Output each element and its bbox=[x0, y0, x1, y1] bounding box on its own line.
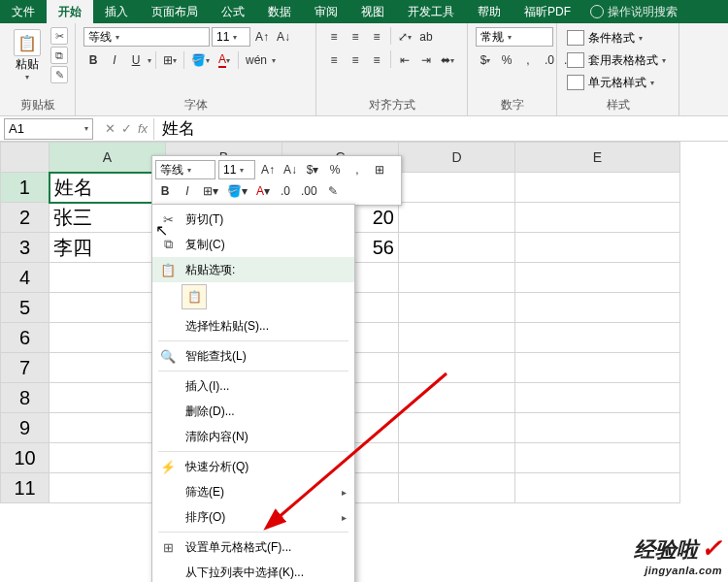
cell[interactable] bbox=[399, 293, 515, 323]
comma-button[interactable]: , bbox=[347, 160, 367, 179]
menu-smart-lookup[interactable]: 🔍智能查找(L) bbox=[152, 343, 354, 369]
cell[interactable] bbox=[399, 413, 515, 443]
conditional-format-button[interactable]: 条件格式▾ bbox=[565, 27, 645, 48]
format-painter-icon[interactable]: ✎ bbox=[50, 66, 68, 83]
borders-button[interactable]: ⊞ bbox=[370, 160, 389, 179]
menu-clear[interactable]: 清除内容(N) bbox=[152, 424, 354, 449]
underline-button[interactable]: U bbox=[126, 50, 146, 70]
cell[interactable] bbox=[399, 383, 515, 413]
cell[interactable] bbox=[50, 323, 166, 353]
menu-paste-options[interactable]: 📋粘贴选项: bbox=[152, 257, 354, 282]
copy-icon[interactable]: ⧉ bbox=[50, 47, 68, 64]
border-button[interactable]: ⊞▾ bbox=[160, 50, 180, 70]
percent-button[interactable]: % bbox=[497, 50, 516, 70]
tab-pdf[interactable]: 福昕PDF bbox=[513, 0, 582, 23]
font-color-button[interactable]: A▾ bbox=[253, 181, 273, 201]
cell[interactable] bbox=[399, 263, 515, 293]
cell[interactable] bbox=[399, 473, 515, 503]
paste-option-icon[interactable]: 📋 bbox=[182, 284, 207, 309]
name-box[interactable]: A1▾ bbox=[4, 118, 93, 140]
dec-decimal-button[interactable]: .00 bbox=[298, 181, 320, 201]
cell[interactable] bbox=[399, 203, 515, 233]
font-name-combo[interactable]: 等线▾ bbox=[83, 27, 210, 47]
tell-me[interactable]: 操作说明搜索 bbox=[590, 4, 678, 20]
row-header[interactable]: 6 bbox=[1, 323, 50, 353]
mini-font-combo[interactable]: 等线▾ bbox=[155, 160, 215, 179]
cell[interactable] bbox=[515, 233, 680, 263]
tab-formula[interactable]: 公式 bbox=[210, 0, 256, 23]
row-header[interactable]: 9 bbox=[1, 413, 50, 443]
format-painter-icon[interactable]: ✎ bbox=[323, 181, 343, 201]
menu-quick-analysis[interactable]: ⚡快速分析(Q) bbox=[152, 454, 354, 479]
percent-button[interactable]: % bbox=[325, 160, 345, 179]
phonetic-button[interactable]: wén bbox=[243, 50, 270, 70]
cell[interactable] bbox=[399, 323, 515, 353]
border-button[interactable]: ⊞▾ bbox=[200, 181, 221, 201]
row-header[interactable]: 1 bbox=[1, 173, 50, 203]
menu-cut[interactable]: ✂剪切(T) bbox=[152, 207, 354, 232]
confirm-icon[interactable]: ✓ bbox=[121, 121, 132, 136]
table-format-button[interactable]: 套用表格格式▾ bbox=[565, 49, 668, 71]
select-all-corner[interactable] bbox=[1, 143, 50, 173]
row-header[interactable]: 4 bbox=[1, 263, 50, 293]
align-middle-button[interactable]: ≡ bbox=[346, 27, 365, 47]
col-header-e[interactable]: E bbox=[515, 143, 680, 173]
cell[interactable] bbox=[50, 293, 166, 323]
menu-delete[interactable]: 删除(D)... bbox=[152, 399, 354, 424]
currency-button[interactable]: $▾ bbox=[476, 50, 495, 70]
menu-pick-from-list[interactable]: 从下拉列表中选择(K)... bbox=[152, 560, 354, 582]
cell[interactable] bbox=[399, 443, 515, 473]
tab-insert[interactable]: 插入 bbox=[93, 0, 140, 23]
col-header-d[interactable]: D bbox=[399, 143, 515, 173]
menu-sort[interactable]: 排序(O)▸ bbox=[152, 504, 354, 530]
cell[interactable] bbox=[515, 473, 680, 503]
inc-decimal-button[interactable]: .0 bbox=[276, 181, 295, 201]
cell[interactable]: 姓名 bbox=[50, 173, 166, 203]
menu-insert[interactable]: 插入(I)... bbox=[152, 373, 354, 399]
menu-filter[interactable]: 筛选(E)▸ bbox=[152, 479, 354, 504]
cell[interactable] bbox=[515, 173, 680, 203]
tab-review[interactable]: 审阅 bbox=[303, 0, 349, 23]
cell[interactable]: 李四 bbox=[50, 233, 166, 263]
cell[interactable] bbox=[515, 323, 680, 353]
bold-button[interactable]: B bbox=[83, 50, 103, 70]
col-header-a[interactable]: A bbox=[50, 143, 166, 173]
row-header[interactable]: 7 bbox=[1, 353, 50, 383]
italic-button[interactable]: I bbox=[178, 181, 197, 201]
cell[interactable] bbox=[50, 353, 166, 383]
italic-button[interactable]: I bbox=[105, 50, 124, 70]
number-format-combo[interactable]: 常规▾ bbox=[476, 27, 553, 47]
fill-color-button[interactable]: 🪣▾ bbox=[224, 181, 250, 201]
cell[interactable] bbox=[399, 353, 515, 383]
cell-style-button[interactable]: 单元格样式▾ bbox=[565, 72, 656, 93]
cell[interactable] bbox=[50, 443, 166, 473]
tab-file[interactable]: 文件 bbox=[0, 0, 47, 23]
orientation-button[interactable]: ⤢▾ bbox=[395, 27, 414, 47]
bold-button[interactable]: B bbox=[155, 181, 175, 201]
mini-size-combo[interactable]: 11▾ bbox=[218, 160, 255, 179]
cell[interactable] bbox=[515, 353, 680, 383]
cell[interactable] bbox=[399, 233, 515, 263]
fx-icon[interactable]: fx bbox=[138, 121, 148, 136]
cell[interactable] bbox=[50, 473, 166, 503]
tab-home[interactable]: 开始 bbox=[47, 0, 93, 23]
row-header[interactable]: 11 bbox=[1, 473, 50, 503]
paste-button[interactable]: 📋 粘贴 ▾ bbox=[8, 27, 47, 83]
cell[interactable] bbox=[515, 413, 680, 443]
align-left-button[interactable]: ≡ bbox=[324, 50, 344, 70]
indent-inc-button[interactable]: ⇥ bbox=[416, 50, 436, 70]
grow-font-button[interactable]: A↑ bbox=[252, 27, 272, 47]
row-header[interactable]: 2 bbox=[1, 203, 50, 233]
grow-font-button[interactable]: A↑ bbox=[258, 160, 278, 179]
indent-dec-button[interactable]: ⇤ bbox=[395, 50, 414, 70]
cell[interactable] bbox=[515, 203, 680, 233]
cell[interactable] bbox=[50, 383, 166, 413]
formula-input[interactable]: 姓名 bbox=[153, 118, 728, 140]
tab-view[interactable]: 视图 bbox=[349, 0, 396, 23]
cancel-icon[interactable]: ✕ bbox=[105, 121, 116, 136]
row-header[interactable]: 10 bbox=[1, 443, 50, 473]
tab-layout[interactable]: 页面布局 bbox=[140, 0, 210, 23]
row-header[interactable]: 8 bbox=[1, 383, 50, 413]
shrink-font-button[interactable]: A↓ bbox=[274, 27, 293, 47]
fill-color-button[interactable]: 🪣▾ bbox=[188, 50, 213, 70]
